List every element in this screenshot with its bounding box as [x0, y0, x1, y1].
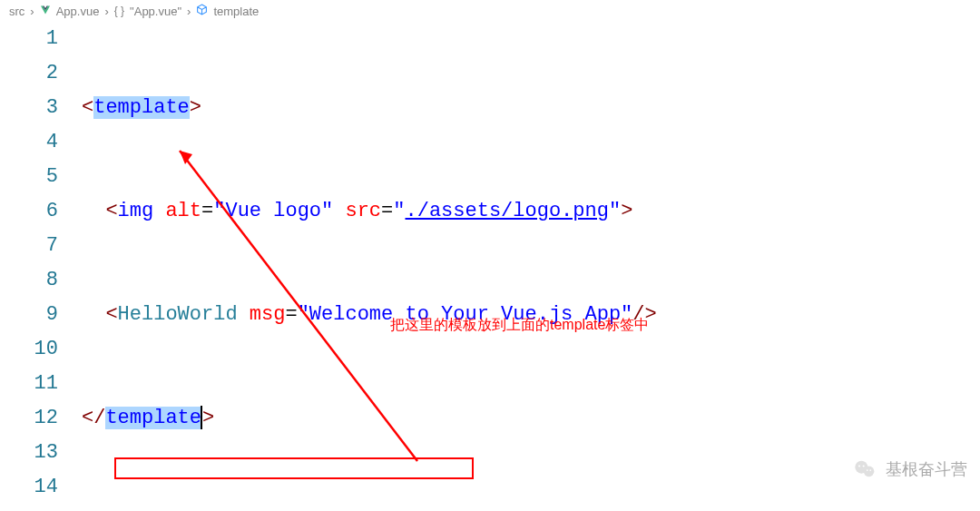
line-number: 9 — [0, 298, 58, 332]
breadcrumb-item[interactable]: "App.vue" — [130, 5, 181, 18]
line-number: 3 — [0, 91, 58, 125]
svg-point-6 — [867, 469, 868, 471]
line-number: 8 — [0, 263, 58, 298]
watermark-text: 基根奋斗营 — [886, 458, 967, 480]
cube-icon — [196, 4, 208, 18]
line-number: 2 — [0, 56, 58, 91]
svg-point-5 — [863, 465, 865, 467]
line-number: 5 — [0, 160, 58, 194]
svg-point-3 — [864, 467, 875, 477]
vue-icon — [40, 5, 51, 18]
code-editor[interactable]: 1 2 3 4 5 6 7 8 9 10 11 12 13 14 <templa… — [0, 22, 980, 511]
line-number: 10 — [0, 332, 58, 367]
svg-point-7 — [869, 469, 871, 471]
line-number: 12 — [0, 401, 58, 436]
line-number: 13 — [0, 436, 58, 470]
chevron-right-icon: › — [187, 5, 191, 18]
chevron-right-icon: › — [104, 5, 108, 18]
chevron-right-icon: › — [30, 5, 34, 18]
code-line: <img alt="Vue logo" src="./assets/logo.p… — [82, 194, 980, 229]
code-line: </template> — [82, 401, 980, 436]
breadcrumb-item[interactable]: src — [9, 5, 24, 18]
breadcrumb[interactable]: src › App.vue › { } "App.vue" › template — [0, 0, 980, 22]
breadcrumb-item[interactable]: template — [213, 5, 259, 18]
wechat-icon — [853, 457, 878, 482]
line-number: 7 — [0, 229, 58, 263]
line-number: 6 — [0, 194, 58, 229]
breadcrumb-item[interactable]: App.vue — [56, 5, 100, 18]
annotation-box — [114, 457, 474, 479]
code-line: <template> — [82, 91, 980, 125]
annotation-text: 把这里的模板放到上面的template标签中 — [390, 316, 649, 335]
watermark: 基根奋斗营 — [853, 457, 967, 482]
line-number-gutter: 1 2 3 4 5 6 7 8 9 10 11 12 13 14 — [0, 22, 82, 511]
line-number: 14 — [0, 470, 58, 505]
braces-icon: { } — [114, 5, 124, 17]
code-content[interactable]: <template> <img alt="Vue logo" src="./as… — [82, 22, 980, 511]
svg-point-4 — [858, 465, 860, 467]
code-line — [82, 505, 980, 511]
line-number: 4 — [0, 125, 58, 160]
line-number: 1 — [0, 22, 58, 56]
line-number: 11 — [0, 367, 58, 401]
